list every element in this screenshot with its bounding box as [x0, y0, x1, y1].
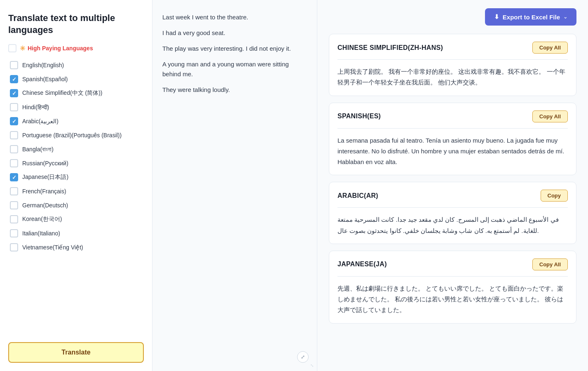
download-icon: ⬇ [494, 13, 499, 21]
translations-panel: ⬇ Export to Excel File ⌄ CHINESE SIMPLIF… [317, 0, 588, 371]
lang-name-korean: Korean(한국어) [22, 216, 62, 223]
translate-button-container: Translate [8, 334, 144, 363]
lang-item-chinese-simplified[interactable]: Chinese Simplified(中文 (简体)) [8, 86, 144, 100]
translation-text-ar: في الأسبوع الماضي ذهبت إلى المسرح. كان ل… [337, 214, 568, 236]
lang-name-italian: Italian(Italiano) [22, 230, 60, 237]
lang-name-arabic: Arabic(العربية) [22, 118, 59, 124]
translation-text-ja: 先週、私は劇場に行きました。 とてもいい席でした。 とても面白かったです。楽しめ… [337, 283, 568, 316]
lang-checkbox-italian[interactable] [10, 229, 18, 237]
divider-es [337, 128, 568, 129]
translation-text-es: La semana pasada fui al teatro. Tenía un… [337, 135, 568, 168]
lang-name-portuguese-brazil: Portuguese (Brazil)(Português (Brasil)) [22, 132, 122, 139]
translation-header-zh-hans: CHINESE SIMPLIFIED(ZH-HANS)Copy All [337, 42, 568, 54]
lang-item-english[interactable]: English(English) [8, 58, 144, 72]
lang-checkbox-korean[interactable] [10, 215, 18, 223]
lang-item-portuguese-brazil[interactable]: Portuguese (Brazil)(Português (Brasil)) [8, 128, 144, 142]
lang-checkbox-russian[interactable] [10, 159, 18, 167]
lang-item-japanese[interactable]: Japanese(日本語) [8, 170, 144, 184]
translation-header-ja: JAPANESE(JA)Copy All [337, 258, 568, 270]
lang-name-french: French(Français) [22, 188, 66, 195]
lang-checkbox-hindi[interactable] [10, 103, 18, 111]
divider-zh-hans [337, 59, 568, 60]
translation-block-ar: ARABIC(AR)Copyفي الأسبوع الماضي ذهبت إلى… [329, 182, 576, 244]
lang-checkbox-spanish[interactable] [10, 75, 18, 83]
lang-item-italian[interactable]: Italian(Italiano) [8, 226, 144, 240]
lang-item-vietnamese[interactable]: Vietnamese(Tiếng Việt) [8, 240, 144, 254]
lang-item-hindi[interactable]: Hindi(हिन्दी) [8, 100, 144, 114]
high-paying-checkbox[interactable] [8, 44, 16, 52]
lang-name-japanese: Japanese(日本語) [22, 174, 68, 181]
lang-checkbox-french[interactable] [10, 187, 18, 195]
input-line: The play was very interesting. I did not… [162, 44, 307, 54]
resize-icon: ⤢ [301, 354, 305, 360]
lang-checkbox-arabic[interactable] [10, 117, 18, 125]
translation-block-zh-hans: CHINESE SIMPLIFIED(ZH-HANS)Copy All上周我去了… [329, 34, 576, 96]
translation-header-es: SPANISH(ES)Copy All [337, 110, 568, 122]
lang-item-russian[interactable]: Russian(Русский) [8, 156, 144, 170]
lang-name-bangla: Bangla(বাংলা) [22, 146, 54, 153]
high-paying-label: ✳ High Paying Languages [20, 45, 93, 52]
lang-name-chinese-simplified: Chinese Simplified(中文 (简体)) [22, 89, 102, 97]
sidebar-title: Translate text to multiple languages [8, 12, 144, 36]
lang-item-french[interactable]: French(Français) [8, 184, 144, 198]
chevron-down-icon: ⌄ [563, 14, 567, 20]
copy-button-ja[interactable]: Copy All [532, 258, 568, 270]
sidebar: Translate text to multiple languages ✳ H… [0, 0, 152, 371]
translation-header-ar: ARABIC(AR)Copy [337, 190, 568, 202]
divider-ja [337, 276, 568, 277]
export-row: ⬇ Export to Excel File ⌄ [329, 8, 576, 26]
lang-name-hindi: Hindi(हिन्दी) [22, 104, 49, 111]
lang-item-korean[interactable]: Korean(한국어) [8, 212, 144, 226]
input-line: They were talking loudly. [162, 85, 307, 95]
lang-checkbox-portuguese-brazil[interactable] [10, 131, 18, 139]
lang-name-spanish: Spanish(Español) [22, 76, 68, 82]
lang-item-german[interactable]: German(Deutsch) [8, 198, 144, 212]
sparkle-icon: ✳ [20, 45, 25, 52]
lang-checkbox-japanese[interactable] [10, 173, 18, 181]
input-line: Last week I went to the theatre. [162, 12, 307, 22]
translation-block-es: SPANISH(ES)Copy AllLa semana pasada fui … [329, 103, 576, 176]
lang-name-german: German(Deutsch) [22, 202, 68, 209]
input-panel: Last week I went to the theatre.I had a … [152, 0, 317, 371]
translate-button[interactable]: Translate [8, 342, 144, 363]
translation-lang-zh-hans: CHINESE SIMPLIFIED(ZH-HANS) [337, 44, 443, 52]
translation-block-ja: JAPANESE(JA)Copy All先週、私は劇場に行きました。 とてもいい… [329, 251, 576, 324]
input-line: A young man and a young woman were sitti… [162, 59, 307, 79]
translation-text-zh-hans: 上周我去了剧院。 我有一个非常好的座位。 这出戏非常有趣。我不喜欢它。 一个年轻… [337, 66, 568, 88]
drag-handle: ⤡ [310, 363, 314, 368]
input-line: I had a very good seat. [162, 28, 307, 38]
lang-checkbox-vietnamese[interactable] [10, 243, 18, 251]
lang-name-english: English(English) [22, 62, 64, 68]
translations-container: CHINESE SIMPLIFIED(ZH-HANS)Copy All上周我去了… [329, 34, 576, 330]
lang-name-russian: Russian(Русский) [22, 160, 68, 167]
copy-button-es[interactable]: Copy All [532, 110, 568, 122]
translation-lang-ar: ARABIC(AR) [337, 192, 378, 200]
high-paying-row[interactable]: ✳ High Paying Languages [8, 44, 144, 52]
lang-item-spanish[interactable]: Spanish(Español) [8, 72, 144, 86]
lang-item-arabic[interactable]: Arabic(العربية) [8, 114, 144, 128]
lang-checkbox-english[interactable] [10, 61, 18, 69]
copy-button-zh-hans[interactable]: Copy All [532, 42, 568, 54]
lang-name-vietnamese: Vietnamese(Tiếng Việt) [22, 244, 83, 251]
resize-handle[interactable]: ⤢ [297, 351, 309, 363]
copy-button-ar[interactable]: Copy [541, 190, 568, 202]
lang-checkbox-german[interactable] [10, 201, 18, 209]
lang-checkbox-chinese-simplified[interactable] [10, 89, 18, 97]
lang-checkbox-bangla[interactable] [10, 145, 18, 153]
language-list: English(English)Spanish(Español)Chinese … [8, 58, 144, 254]
lang-item-bangla[interactable]: Bangla(বাংলা) [8, 142, 144, 156]
export-button[interactable]: ⬇ Export to Excel File ⌄ [485, 8, 576, 26]
translation-lang-ja: JAPANESE(JA) [337, 261, 387, 268]
divider-ar [337, 207, 568, 208]
translation-lang-es: SPANISH(ES) [337, 113, 381, 120]
input-text-area: Last week I went to the theatre.I had a … [162, 12, 307, 95]
